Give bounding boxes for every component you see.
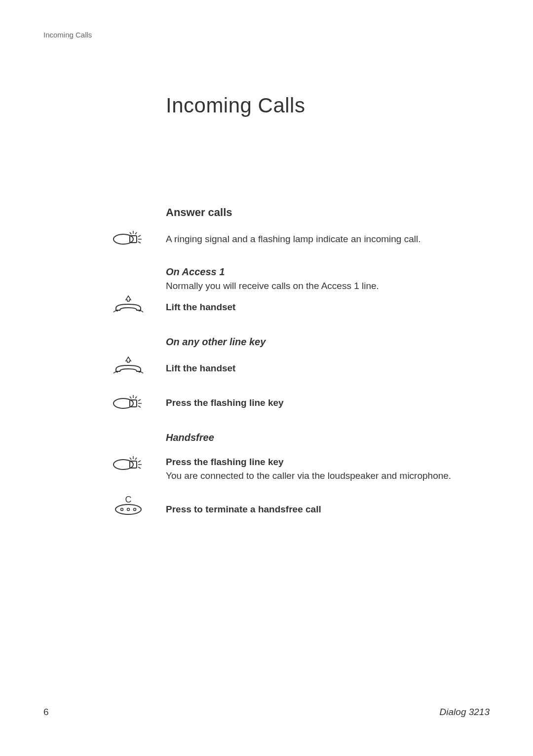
subheading-other-line: On any other line key bbox=[166, 336, 472, 348]
flashing-key-icon bbox=[106, 224, 151, 249]
svg-line-4 bbox=[135, 232, 137, 234]
section-heading-answer-calls: Answer calls bbox=[166, 206, 232, 219]
svg-line-12 bbox=[135, 396, 137, 398]
svg-text:C: C bbox=[125, 495, 132, 504]
clear-key-icon: C bbox=[106, 493, 151, 518]
lift-handset-icon bbox=[106, 292, 151, 317]
svg-line-3 bbox=[130, 232, 131, 234]
svg-point-28 bbox=[134, 508, 136, 510]
svg-line-6 bbox=[138, 235, 141, 237]
svg-point-27 bbox=[127, 508, 130, 510]
handsfree-action1: Press the flashing line key bbox=[166, 457, 472, 468]
subheading-access1: On Access 1 bbox=[166, 266, 472, 278]
handsfree-text: You are connected to the caller via the … bbox=[166, 469, 472, 483]
footer-model: Dialog 3213 bbox=[440, 707, 490, 718]
svg-line-23 bbox=[138, 467, 141, 468]
other-line-action2: Press the flashing line key bbox=[166, 397, 472, 408]
intro-text: A ringing signal and a flashing lamp ind… bbox=[166, 233, 472, 246]
header-breadcrumb: Incoming Calls bbox=[43, 31, 92, 39]
svg-point-25 bbox=[115, 504, 141, 514]
svg-line-11 bbox=[130, 396, 131, 398]
svg-point-26 bbox=[121, 508, 123, 510]
svg-line-20 bbox=[135, 458, 137, 460]
flashing-key-icon bbox=[106, 389, 151, 413]
other-line-action1: Lift the handset bbox=[166, 363, 472, 374]
page-number: 6 bbox=[43, 707, 49, 718]
svg-line-22 bbox=[138, 461, 141, 462]
access1-text: Normally you will receive calls on the A… bbox=[166, 280, 472, 293]
svg-line-15 bbox=[138, 406, 141, 407]
svg-line-7 bbox=[138, 242, 141, 243]
access1-action: Lift the handset bbox=[166, 302, 472, 313]
subheading-handsfree: Handsfree bbox=[166, 432, 472, 443]
page-title: Incoming Calls bbox=[166, 94, 305, 117]
svg-line-14 bbox=[138, 399, 141, 401]
handsfree-action2: Press to terminate a handsfree call bbox=[166, 504, 472, 515]
svg-line-19 bbox=[130, 458, 131, 460]
lift-handset-icon bbox=[106, 353, 151, 378]
flashing-key-icon bbox=[106, 450, 151, 474]
